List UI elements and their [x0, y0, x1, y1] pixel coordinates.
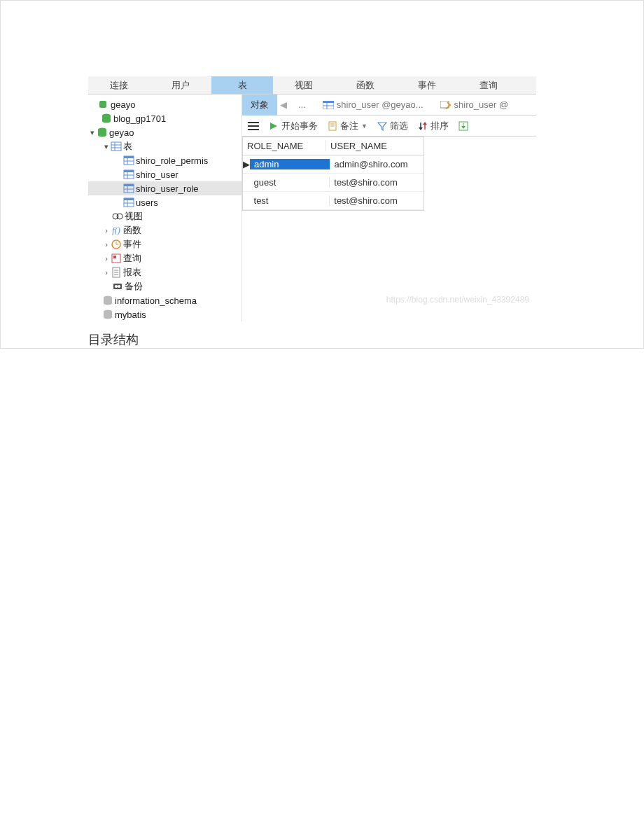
svg-marker-63 [423, 122, 427, 125]
column-header[interactable]: USER_NAME [326, 141, 424, 151]
sort-icon [418, 121, 428, 131]
menu-connect[interactable]: 连接 [88, 76, 150, 94]
svg-marker-55 [270, 123, 277, 130]
tab-shiro-user-2[interactable]: shiro_user @ [432, 95, 517, 116]
cell[interactable]: test [250, 195, 330, 206]
svg-rect-20 [124, 184, 134, 186]
memo-icon [328, 121, 337, 131]
import-button[interactable] [458, 121, 468, 131]
table-icon [123, 169, 134, 180]
tree-label: shiro_user [136, 169, 178, 180]
tree-table-selected[interactable]: shiro_user_role [88, 181, 241, 195]
svg-point-46 [104, 316, 112, 319]
tree-label: 函数 [123, 224, 141, 237]
table-icon [123, 183, 134, 194]
database-icon [102, 309, 113, 320]
clock-icon [111, 239, 122, 250]
tree-backups[interactable]: 备份 [88, 279, 241, 293]
button-label: 备注 [340, 120, 358, 132]
start-transaction-button[interactable]: 开始事务 [269, 120, 318, 132]
filter-button[interactable]: 筛选 [377, 120, 408, 132]
svg-rect-48 [323, 101, 334, 103]
watermark: https://blog.csdn.net/weixin_43392489 [242, 295, 536, 305]
views-icon [112, 211, 123, 222]
grid-row[interactable]: ▶ admin admin@shiro.com [243, 155, 424, 174]
expand-icon[interactable]: › [102, 254, 111, 263]
tree-table[interactable]: shiro_user [88, 167, 241, 181]
tree-label: geyao [109, 127, 134, 138]
svg-rect-16 [124, 170, 134, 172]
memo-button[interactable]: 备注 ▼ [328, 120, 368, 132]
data-grid[interactable]: ROLE_NAME USER_NAME ▶ admin admin@shiro.… [242, 137, 424, 211]
tree-queries[interactable]: › 查询 [88, 251, 241, 265]
expand-icon[interactable]: › [102, 226, 111, 235]
tree-label: blog_gp1701 [113, 113, 166, 124]
tree-db[interactable]: mybatis [88, 307, 241, 321]
tab-label: shiro_user @ [454, 99, 509, 110]
tree-db[interactable]: ▾ geyao [88, 125, 241, 139]
tree-label: 备份 [125, 280, 143, 293]
tree-db[interactable]: blog_gp1701 [88, 111, 241, 125]
svg-point-43 [104, 302, 112, 305]
table-icon [323, 101, 334, 109]
tree-views[interactable]: 视图 [88, 209, 241, 223]
tab-shiro-user-1[interactable]: shiro_user @geyao... [314, 95, 432, 116]
tab-truncated[interactable]: ... [290, 95, 314, 116]
button-label: 开始事务 [281, 120, 318, 132]
menu-burger-icon[interactable] [248, 121, 259, 131]
collapse-icon[interactable]: ▾ [88, 128, 97, 137]
menu-table[interactable]: 表 [211, 76, 273, 94]
app-window: 连接 用户 表 视图 函数 事件 查询 geayo [88, 76, 536, 321]
grid-row[interactable]: guest test@shiro.com [243, 174, 424, 192]
cell[interactable]: admin [250, 159, 330, 169]
tree-label: 报表 [123, 266, 141, 279]
tree-label: users [136, 197, 158, 208]
tree-label: geayo [111, 99, 135, 110]
grid-row[interactable]: test test@shiro.com [243, 192, 424, 210]
menu-event[interactable]: 事件 [396, 76, 458, 94]
expand-icon[interactable]: › [102, 240, 111, 249]
svg-rect-33 [113, 256, 116, 258]
tree-connection[interactable]: geayo [88, 97, 241, 111]
svg-marker-66 [461, 126, 465, 129]
menu-user[interactable]: 用户 [150, 76, 211, 94]
database-icon [97, 127, 108, 138]
dropdown-icon: ▼ [361, 123, 368, 130]
tree-label: shiro_role_permis [136, 155, 208, 166]
menu-function[interactable]: 函数 [335, 76, 396, 94]
svg-point-39 [115, 285, 118, 288]
tab-label: shiro_user @geyao... [337, 99, 424, 110]
column-header[interactable]: ROLE_NAME [243, 141, 326, 151]
tree-table[interactable]: users [88, 195, 241, 209]
cell[interactable]: admin@shiro.com [330, 159, 424, 169]
function-icon: f() [111, 225, 122, 236]
svg-point-28 [117, 214, 122, 219]
tree-label: 事件 [123, 238, 141, 251]
cell[interactable]: test@shiro.com [330, 177, 424, 188]
table-icon [123, 155, 134, 166]
svg-marker-61 [419, 127, 423, 130]
tree-reports[interactable]: › 报表 [88, 265, 241, 279]
tree-functions[interactable]: › f() 函数 [88, 223, 241, 237]
tab-back-icon[interactable]: ◀ [277, 99, 290, 110]
tree-tables-group[interactable]: ▾ 表 [88, 139, 241, 153]
cell[interactable]: guest [250, 177, 330, 188]
svg-point-6 [98, 134, 106, 137]
expand-icon[interactable]: › [102, 268, 111, 277]
menu-query[interactable]: 查询 [458, 76, 519, 94]
svg-point-40 [118, 285, 120, 288]
menu-view[interactable]: 视图 [273, 76, 335, 94]
cell[interactable]: test@shiro.com [330, 195, 424, 206]
tree-table[interactable]: shiro_role_permis [88, 153, 241, 167]
toolbar: 开始事务 备注 ▼ 筛选 [242, 116, 536, 137]
svg-rect-7 [111, 142, 121, 151]
tab-objects[interactable]: 对象 [242, 95, 277, 116]
collapse-icon[interactable]: ▾ [102, 142, 111, 151]
tree-db[interactable]: information_schema [88, 293, 241, 307]
caption: 目录结构 [88, 331, 643, 348]
row-pointer-icon: ▶ [243, 159, 250, 169]
sort-button[interactable]: 排序 [418, 120, 449, 132]
sidebar-tree[interactable]: geayo blog_gp1701 ▾ geyao [88, 95, 242, 321]
tree-events[interactable]: › 事件 [88, 237, 241, 251]
button-label: 排序 [430, 120, 449, 132]
